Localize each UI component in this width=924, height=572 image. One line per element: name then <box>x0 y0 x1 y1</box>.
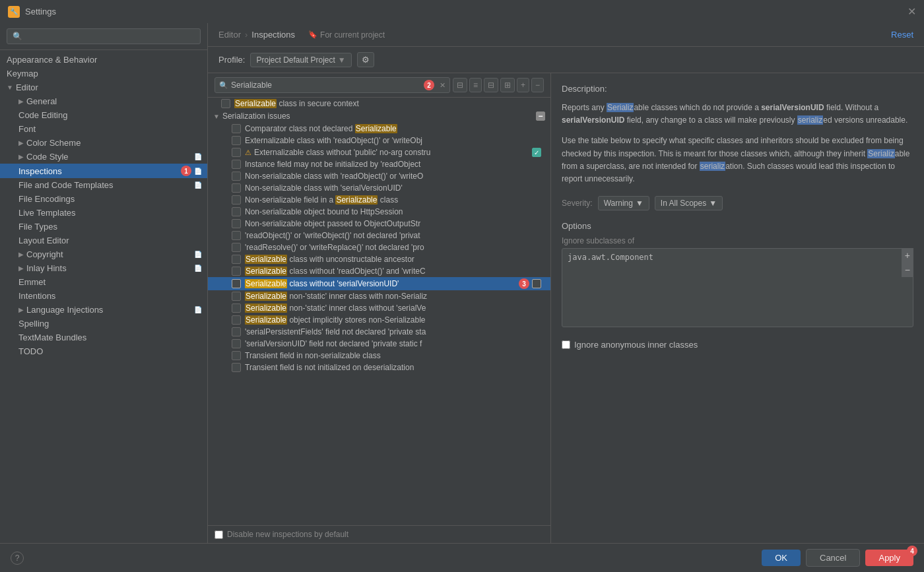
sidebar-item-inlay-hints[interactable]: ▶ Inlay Hints 📄 <box>0 261 207 275</box>
disable-new-inspections-checkbox[interactable] <box>214 530 223 539</box>
bold-serialversionuid-2: serialVersionUID <box>562 115 624 125</box>
list-item[interactable]: 'readResolve()' or 'writeReplace()' not … <box>208 241 550 253</box>
item-checkbox[interactable] <box>232 339 241 348</box>
inspections-search-input[interactable] <box>231 80 421 90</box>
list-item[interactable]: Non-serializable class with 'readObject(… <box>208 170 550 182</box>
filter-button-add[interactable]: + <box>517 78 529 92</box>
item-checkbox[interactable] <box>232 231 241 240</box>
list-item[interactable]: Non-serializable object passed to Object… <box>208 218 550 230</box>
list-item[interactable]: Serializable class in secure context <box>208 98 550 110</box>
sidebar-item-keymap[interactable]: Keymap <box>0 67 207 80</box>
item-checkbox[interactable] <box>232 255 241 264</box>
sidebar-item-file-types[interactable]: File Types <box>0 220 207 234</box>
reset-button[interactable]: Reset <box>891 30 913 40</box>
item-checkbox[interactable] <box>232 148 241 157</box>
list-item[interactable]: Non-serializable class with 'serialVersi… <box>208 182 550 194</box>
list-item[interactable]: 'readObject()' or 'writeObject()' not de… <box>208 230 550 241</box>
cancel-button[interactable]: Cancel <box>806 549 860 567</box>
copyright-icon: 📄 <box>194 251 202 258</box>
item-checkbox[interactable] <box>232 136 241 145</box>
search-clear-icon[interactable]: ✕ <box>440 81 446 90</box>
list-item-selected[interactable]: Serializable class without 'serialVersio… <box>208 277 550 290</box>
group-header-serialization[interactable]: ▼ Serialization issues − <box>208 110 550 123</box>
item-checkbox-right[interactable] <box>532 279 541 288</box>
apply-button[interactable]: Apply 4 <box>865 550 913 566</box>
filter-button-remove[interactable]: − <box>531 78 544 92</box>
list-item[interactable]: Externalizable class with 'readObject()'… <box>208 135 550 146</box>
profile-select[interactable]: Project Default Project ▼ <box>250 53 351 67</box>
sidebar-item-editor[interactable]: ▼ Editor <box>0 80 207 94</box>
sidebar-item-general[interactable]: ▶ General <box>0 94 207 108</box>
ok-button[interactable]: OK <box>762 550 801 566</box>
filter-button-2[interactable]: ≡ <box>469 78 482 92</box>
sidebar-search-input[interactable] <box>25 32 195 41</box>
item-checkbox[interactable] <box>232 292 241 301</box>
item-checkbox[interactable] <box>232 124 241 133</box>
item-checkbox[interactable] <box>232 243 241 252</box>
list-item[interactable]: Serializable non-'static' inner class wi… <box>208 290 550 302</box>
inspections-search-field[interactable]: 🔍 2 ✕ <box>214 77 450 93</box>
list-item[interactable]: Non-serializable object bound to HttpSes… <box>208 206 550 218</box>
list-item[interactable]: Transient field is not initialized on de… <box>208 362 550 373</box>
sidebar-item-file-code-templates[interactable]: File and Code Templates 📄 <box>0 178 207 192</box>
sidebar-item-inspections[interactable]: Inspections 1 📄 <box>0 164 207 178</box>
item-checkbox[interactable] <box>232 160 241 169</box>
item-checkbox[interactable] <box>232 315 241 325</box>
filter-button-1[interactable]: ⊟ <box>453 78 467 92</box>
sidebar-item-todo[interactable]: TODO <box>0 344 207 358</box>
filter-button-3[interactable]: ⊟ <box>484 78 498 92</box>
sidebar-item-layout-editor[interactable]: Layout Editor <box>0 234 207 247</box>
item-checkbox[interactable] <box>232 183 241 193</box>
sidebar-item-appearance[interactable]: Appearance & Behavior <box>0 53 207 67</box>
item-checkbox[interactable] <box>221 99 230 108</box>
item-checkbox[interactable] <box>232 195 241 205</box>
list-item[interactable]: Serializable non-'static' inner class wi… <box>208 302 550 314</box>
sidebar-item-code-editing[interactable]: Code Editing <box>0 108 207 122</box>
sidebar-item-language-injections[interactable]: ▶ Language Injections 📄 <box>0 303 207 317</box>
list-item[interactable]: Instance field may not be initialized by… <box>208 158 550 170</box>
highlight: Serializable <box>355 124 397 133</box>
sidebar-item-intentions[interactable]: Intentions <box>0 289 207 303</box>
sidebar-item-copyright[interactable]: ▶ Copyright 📄 <box>0 247 207 261</box>
list-item[interactable]: Non-serializable field in a Serializable… <box>208 194 550 206</box>
severity-select[interactable]: Warning ▼ <box>598 196 649 210</box>
list-item[interactable]: 'serialVersionUID' field not declared 'p… <box>208 338 550 350</box>
list-item[interactable]: Serializable class without 'readObject()… <box>208 265 550 277</box>
item-checkbox[interactable] <box>232 172 241 181</box>
close-button[interactable]: ✕ <box>908 5 916 18</box>
sidebar-item-color-scheme[interactable]: ▶ Color Scheme <box>0 136 207 150</box>
textarea-remove-button[interactable]: − <box>902 263 913 277</box>
list-item[interactable]: Serializable class with unconstructable … <box>208 253 550 265</box>
filter-button-4[interactable]: ⊞ <box>500 78 515 92</box>
scope-select[interactable]: In All Scopes ▼ <box>655 196 723 210</box>
sidebar-item-file-encodings[interactable]: File Encodings <box>0 192 207 206</box>
textarea-add-button[interactable]: + <box>902 248 913 263</box>
list-item[interactable]: Transient field in non-serializable clas… <box>208 350 550 362</box>
sidebar-item-font[interactable]: Font <box>0 122 207 136</box>
item-checkbox[interactable] <box>232 207 241 216</box>
item-text: Serializable object implicitly stores no… <box>245 315 545 325</box>
item-checkbox[interactable] <box>232 219 241 228</box>
sidebar-item-live-templates[interactable]: Live Templates <box>0 206 207 220</box>
ignore-anonymous-checkbox[interactable] <box>562 340 570 349</box>
profile-gear-button[interactable]: ⚙ <box>357 52 374 67</box>
list-item[interactable]: Serializable object implicitly stores no… <box>208 314 550 326</box>
list-item[interactable]: ⚠ Externalizable class without 'public' … <box>208 146 550 158</box>
item-checkbox-checked[interactable]: ✓ <box>532 148 541 157</box>
sidebar-search-wrapper[interactable]: 🔍 <box>7 28 201 44</box>
sidebar-item-spelling[interactable]: Spelling <box>0 317 207 331</box>
sidebar-item-code-style[interactable]: ▶ Code Style 📄 <box>0 150 207 164</box>
item-checkbox[interactable] <box>232 279 241 288</box>
ignore-subclasses-textarea[interactable]: java.awt.Component <box>562 248 913 327</box>
group-minus-button[interactable]: − <box>536 111 545 121</box>
list-item[interactable]: 'serialPersistentFields' field not decla… <box>208 326 550 338</box>
item-checkbox[interactable] <box>232 327 241 336</box>
help-button[interactable]: ? <box>11 552 24 565</box>
item-checkbox[interactable] <box>232 267 241 276</box>
item-checkbox[interactable] <box>232 351 241 360</box>
sidebar-item-emmet[interactable]: Emmet <box>0 275 207 289</box>
item-checkbox[interactable] <box>232 363 241 372</box>
sidebar-item-textmate-bundles[interactable]: TextMate Bundles <box>0 331 207 344</box>
item-checkbox[interactable] <box>232 303 241 313</box>
list-item[interactable]: Comparator class not declared Serializab… <box>208 123 550 135</box>
